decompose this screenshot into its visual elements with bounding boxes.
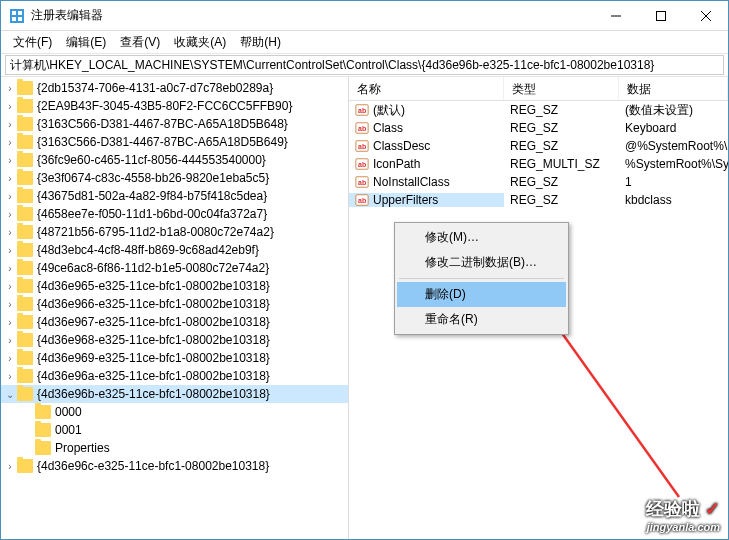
- string-value-icon: ab: [355, 193, 369, 207]
- header-type[interactable]: 类型: [504, 77, 619, 100]
- folder-icon: [17, 351, 33, 365]
- string-value-icon: ab: [355, 121, 369, 135]
- list-panel[interactable]: 名称 类型 数据 ab(默认)REG_SZ(数值未设置)abClassREG_S…: [349, 77, 728, 539]
- tree-twisty-icon[interactable]: ›: [5, 209, 15, 220]
- tree-twisty-icon[interactable]: ›: [5, 281, 15, 292]
- cell-type: REG_SZ: [504, 175, 619, 189]
- menu-view[interactable]: 查看(V): [114, 32, 166, 53]
- list-row[interactable]: abClassREG_SZKeyboard: [349, 119, 728, 137]
- address-bar: [1, 53, 728, 77]
- ctx-modify[interactable]: 修改(M)…: [397, 225, 566, 250]
- folder-icon: [17, 243, 33, 257]
- tree-item[interactable]: ›{2EA9B43F-3045-43B5-80F2-FCC6CC5FFB90}: [1, 97, 348, 115]
- tree-item[interactable]: ›{43675d81-502a-4a82-9f84-b75f418c5dea}: [1, 187, 348, 205]
- tree-item[interactable]: ›{4d36e968-e325-11ce-bfc1-08002be10318}: [1, 331, 348, 349]
- menu-favorites[interactable]: 收藏夹(A): [168, 32, 232, 53]
- tree-item[interactable]: ›{4d36e96c-e325-11ce-bfc1-08002be10318}: [1, 457, 348, 475]
- tree-twisty-icon[interactable]: ›: [5, 317, 15, 328]
- tree-twisty-icon[interactable]: ›: [5, 101, 15, 112]
- tree-panel[interactable]: ›{2db15374-706e-4131-a0c7-d7c78eb0289a}›…: [1, 77, 349, 539]
- title-bar: 注册表编辑器: [1, 1, 728, 31]
- folder-icon: [35, 405, 51, 419]
- tree-twisty-icon[interactable]: ›: [5, 155, 15, 166]
- ctx-modify-binary[interactable]: 修改二进制数据(B)…: [397, 250, 566, 275]
- folder-icon: [17, 333, 33, 347]
- tree-item[interactable]: 0001: [1, 421, 348, 439]
- tree-twisty-icon[interactable]: ›: [5, 335, 15, 346]
- tree-item-label: {4d36e96a-e325-11ce-bfc1-08002be10318}: [37, 369, 270, 383]
- tree-item[interactable]: ⌄{4d36e96b-e325-11ce-bfc1-08002be10318}: [1, 385, 348, 403]
- tree-item[interactable]: ›{2db15374-706e-4131-a0c7-d7c78eb0289a}: [1, 79, 348, 97]
- tree-item[interactable]: ›{4d36e969-e325-11ce-bfc1-08002be10318}: [1, 349, 348, 367]
- address-input[interactable]: [5, 55, 724, 75]
- tree-twisty-icon[interactable]: ›: [5, 263, 15, 274]
- tree-item[interactable]: 0000: [1, 403, 348, 421]
- ctx-delete[interactable]: 删除(D): [397, 282, 566, 307]
- folder-icon: [17, 189, 33, 203]
- svg-text:ab: ab: [358, 143, 366, 150]
- tree-twisty-icon[interactable]: ›: [5, 173, 15, 184]
- menu-help[interactable]: 帮助(H): [234, 32, 287, 53]
- tree-item[interactable]: ›{4d36e967-e325-11ce-bfc1-08002be10318}: [1, 313, 348, 331]
- list-row[interactable]: abClassDescREG_SZ@%SystemRoot%\S: [349, 137, 728, 155]
- tree-item[interactable]: Properties: [1, 439, 348, 457]
- list-header: 名称 类型 数据: [349, 77, 728, 101]
- tree-twisty-icon[interactable]: ›: [5, 227, 15, 238]
- tree-item[interactable]: ›{4d36e965-e325-11ce-bfc1-08002be10318}: [1, 277, 348, 295]
- tree-twisty-icon[interactable]: ›: [5, 191, 15, 202]
- minimize-button[interactable]: [593, 1, 638, 30]
- tree-twisty-icon[interactable]: ›: [5, 83, 15, 94]
- tree-item-label: 0000: [55, 405, 82, 419]
- list-row[interactable]: abIconPathREG_MULTI_SZ%SystemRoot%\Sys: [349, 155, 728, 173]
- close-button[interactable]: [683, 1, 728, 30]
- tree-item[interactable]: ›{48d3ebc4-4cf8-48ff-b869-9c68ad42eb9f}: [1, 241, 348, 259]
- folder-icon: [17, 99, 33, 113]
- tree-item-label: {4d36e968-e325-11ce-bfc1-08002be10318}: [37, 333, 270, 347]
- tree-twisty-icon[interactable]: ›: [5, 119, 15, 130]
- cell-type: REG_SZ: [504, 121, 619, 135]
- list-row[interactable]: abNoInstallClassREG_SZ1: [349, 173, 728, 191]
- tree-twisty-icon[interactable]: ›: [5, 299, 15, 310]
- tree-item[interactable]: ›{4d36e966-e325-11ce-bfc1-08002be10318}: [1, 295, 348, 313]
- tree-item-label: {48721b56-6795-11d2-b1a8-0080c72e74a2}: [37, 225, 274, 239]
- tree-item[interactable]: ›{48721b56-6795-11d2-b1a8-0080c72e74a2}: [1, 223, 348, 241]
- tree-twisty-icon[interactable]: ›: [5, 245, 15, 256]
- tree-item[interactable]: ›{3163C566-D381-4467-87BC-A65A18D5B649}: [1, 133, 348, 151]
- tree-item-label: {4658ee7e-f050-11d1-b6bd-00c04fa372a7}: [37, 207, 267, 221]
- ctx-separator: [399, 278, 564, 279]
- tree-item-label: {48d3ebc4-4cf8-48ff-b869-9c68ad42eb9f}: [37, 243, 259, 257]
- list-row[interactable]: ab(默认)REG_SZ(数值未设置): [349, 101, 728, 119]
- cell-type: REG_MULTI_SZ: [504, 157, 619, 171]
- cell-name: ab(默认): [349, 102, 504, 119]
- cell-data: Keyboard: [619, 121, 728, 135]
- header-name[interactable]: 名称: [349, 77, 504, 100]
- ctx-rename[interactable]: 重命名(R): [397, 307, 566, 332]
- svg-text:ab: ab: [358, 125, 366, 132]
- tree-item[interactable]: ›{3e3f0674-c83c-4558-bb26-9820e1eba5c5}: [1, 169, 348, 187]
- folder-icon: [17, 387, 33, 401]
- tree-twisty-icon[interactable]: ›: [5, 353, 15, 364]
- tree-item[interactable]: ›{36fc9e60-c465-11cf-8056-444553540000}: [1, 151, 348, 169]
- tree-item[interactable]: ›{4d36e96a-e325-11ce-bfc1-08002be10318}: [1, 367, 348, 385]
- cell-data: %SystemRoot%\Sys: [619, 157, 728, 171]
- svg-rect-2: [18, 11, 22, 15]
- tree-twisty-icon[interactable]: ›: [5, 371, 15, 382]
- tree-item-label: {2EA9B43F-3045-43B5-80F2-FCC6CC5FFB90}: [37, 99, 292, 113]
- folder-icon: [17, 153, 33, 167]
- header-data[interactable]: 数据: [619, 77, 728, 100]
- tree-twisty-icon[interactable]: ⌄: [5, 389, 15, 400]
- tree-item-label: {3e3f0674-c83c-4558-bb26-9820e1eba5c5}: [37, 171, 269, 185]
- list-row[interactable]: abUpperFiltersREG_SZkbdclass: [349, 191, 728, 209]
- maximize-button[interactable]: [638, 1, 683, 30]
- cell-data: kbdclass: [619, 193, 728, 207]
- menu-file[interactable]: 文件(F): [7, 32, 58, 53]
- svg-text:ab: ab: [358, 161, 366, 168]
- folder-icon: [17, 207, 33, 221]
- tree-twisty-icon[interactable]: ›: [5, 137, 15, 148]
- tree-twisty-icon[interactable]: ›: [5, 461, 15, 472]
- menu-edit[interactable]: 编辑(E): [60, 32, 112, 53]
- tree-item[interactable]: ›{4658ee7e-f050-11d1-b6bd-00c04fa372a7}: [1, 205, 348, 223]
- tree-item[interactable]: ›{3163C566-D381-4467-87BC-A65A18D5B648}: [1, 115, 348, 133]
- folder-icon: [17, 135, 33, 149]
- tree-item[interactable]: ›{49ce6ac8-6f86-11d2-b1e5-0080c72e74a2}: [1, 259, 348, 277]
